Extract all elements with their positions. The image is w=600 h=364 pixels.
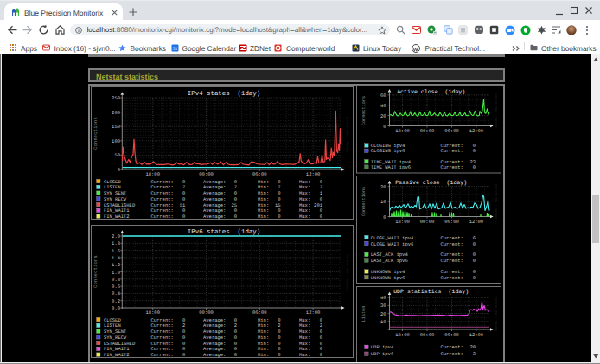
svg-text:Average:: Average: bbox=[203, 214, 226, 220]
svg-text:20: 20 bbox=[380, 310, 386, 316]
svg-text:12:00: 12:00 bbox=[469, 128, 483, 134]
svg-text:RRDTOOL / TOBI OETIKER: RRDTOOL / TOBI OETIKER bbox=[494, 184, 497, 219]
svg-text:06:00: 06:00 bbox=[252, 310, 267, 316]
svg-text:18:00: 18:00 bbox=[145, 310, 160, 316]
svg-text:Average:: Average: bbox=[203, 352, 226, 358]
svg-text:RRDTOOL / TOBI OETIKER: RRDTOOL / TOBI OETIKER bbox=[346, 116, 349, 151]
svg-text:0: 0 bbox=[472, 258, 475, 264]
svg-text:0.4: 0.4 bbox=[112, 291, 121, 297]
svg-text:0: 0 bbox=[383, 124, 386, 130]
svg-text:6: 6 bbox=[472, 235, 475, 241]
svg-text:0: 0 bbox=[383, 214, 386, 220]
svg-text:0: 0 bbox=[320, 352, 322, 358]
svg-text:00:00: 00:00 bbox=[419, 331, 434, 337]
svg-text:60: 60 bbox=[380, 93, 386, 99]
svg-text:RRDTOOL / TOBI OETIKER: RRDTOOL / TOBI OETIKER bbox=[346, 254, 349, 290]
svg-text:0: 0 bbox=[118, 167, 120, 173]
svg-text:Current:: Current: bbox=[440, 241, 463, 247]
svg-text:0: 0 bbox=[472, 275, 475, 281]
svg-text:Current:: Current: bbox=[440, 258, 463, 264]
svg-text:00:00: 00:00 bbox=[199, 171, 214, 177]
svg-text:Listen: Listen bbox=[361, 305, 367, 322]
svg-text:0: 0 bbox=[320, 214, 322, 220]
svg-text:Current:: Current: bbox=[150, 214, 173, 220]
svg-text:Min:: Min: bbox=[258, 352, 269, 358]
svg-text:1.6: 1.6 bbox=[112, 247, 120, 253]
svg-text:18:00: 18:00 bbox=[395, 219, 410, 225]
svg-text:1.0: 1.0 bbox=[112, 269, 120, 275]
svg-text:Min:: Min: bbox=[258, 214, 269, 220]
svg-text:250: 250 bbox=[112, 95, 120, 101]
svg-text:UDP statistics (1day): UDP statistics (1day) bbox=[393, 289, 469, 295]
svg-text:0.2: 0.2 bbox=[112, 297, 120, 303]
svg-text:10: 10 bbox=[380, 318, 386, 324]
svg-text:2.0: 2.0 bbox=[112, 233, 120, 239]
svg-text:Current:: Current: bbox=[440, 148, 463, 154]
svg-text:0: 0 bbox=[278, 352, 280, 358]
svg-text:1.8: 1.8 bbox=[112, 240, 120, 246]
svg-text:0.0: 0.0 bbox=[112, 305, 120, 311]
svg-text:CLOSE_WAIT ipv4: CLOSE_WAIT ipv4 bbox=[370, 235, 413, 241]
svg-text:Current:: Current: bbox=[440, 164, 463, 170]
svg-text:RRDTOOL / TOBI OETIKER: RRDTOOL / TOBI OETIKER bbox=[494, 93, 497, 128]
svg-text:20: 20 bbox=[380, 184, 386, 190]
svg-text:Max:: Max: bbox=[299, 214, 310, 220]
svg-text:Connections: Connections bbox=[93, 117, 99, 150]
svg-text:UNKNOWN ipv6: UNKNOWN ipv6 bbox=[370, 275, 405, 281]
svg-text:Active close (1day): Active close (1day) bbox=[397, 89, 465, 95]
svg-text:18:00: 18:00 bbox=[145, 171, 160, 177]
svg-text:RRDTOOL / TOBI OETIKER: RRDTOOL / TOBI OETIKER bbox=[494, 296, 497, 330]
svg-text:00:00: 00:00 bbox=[199, 310, 214, 316]
svg-text:10: 10 bbox=[380, 199, 386, 205]
svg-text:0: 0 bbox=[182, 352, 185, 358]
svg-text:Max:: Max: bbox=[299, 352, 310, 358]
svg-text:00:00: 00:00 bbox=[419, 128, 434, 134]
svg-text:Current:: Current: bbox=[440, 275, 463, 281]
svg-text:CLOSING ipv6: CLOSING ipv6 bbox=[370, 148, 405, 154]
svg-text:UDP ipv6: UDP ipv6 bbox=[370, 351, 393, 357]
svg-text:Connections: Connections bbox=[361, 96, 367, 125]
svg-text:0: 0 bbox=[234, 352, 237, 358]
svg-text:0: 0 bbox=[234, 214, 237, 220]
svg-text:0: 0 bbox=[472, 241, 475, 247]
svg-text:Current:: Current: bbox=[150, 352, 173, 358]
svg-text:18:00: 18:00 bbox=[395, 128, 410, 134]
svg-text:FIN_WAIT2: FIN_WAIT2 bbox=[104, 214, 130, 220]
svg-text:20: 20 bbox=[469, 344, 476, 350]
svg-text:18:00: 18:00 bbox=[395, 331, 410, 337]
svg-text:Current:: Current: bbox=[440, 344, 463, 350]
svg-text:06:00: 06:00 bbox=[444, 331, 459, 337]
svg-text:IPv6 states (1day): IPv6 states (1day) bbox=[188, 227, 260, 235]
svg-text:12:00: 12:00 bbox=[469, 331, 483, 337]
svg-text:200: 200 bbox=[112, 109, 120, 115]
svg-text:0: 0 bbox=[182, 214, 185, 220]
svg-text:20: 20 bbox=[380, 113, 386, 119]
svg-text:0: 0 bbox=[472, 164, 475, 170]
svg-text:FIN_WAIT2: FIN_WAIT2 bbox=[104, 352, 130, 358]
svg-text:Connections: Connections bbox=[93, 255, 99, 288]
svg-text:06:00: 06:00 bbox=[252, 171, 267, 177]
svg-text:06:00: 06:00 bbox=[444, 128, 459, 134]
svg-text:1.2: 1.2 bbox=[112, 262, 120, 268]
svg-text:LAST_ACK ipv6: LAST_ACK ipv6 bbox=[370, 258, 407, 264]
svg-text:IPv4 states (1day): IPv4 states (1day) bbox=[188, 89, 260, 97]
svg-text:Current:: Current: bbox=[440, 235, 463, 241]
svg-text:00:00: 00:00 bbox=[419, 219, 434, 225]
svg-text:12:00: 12:00 bbox=[306, 171, 321, 177]
svg-text:UDP ipv4: UDP ipv4 bbox=[370, 344, 393, 350]
svg-text:31: 31 bbox=[173, 47, 178, 52]
svg-text:0.8: 0.8 bbox=[112, 276, 120, 282]
svg-text:0.6: 0.6 bbox=[112, 284, 120, 290]
svg-text:0: 0 bbox=[278, 214, 280, 220]
svg-text:Connections: Connections bbox=[361, 187, 367, 216]
svg-text:40: 40 bbox=[380, 295, 386, 301]
svg-text:CLOSE_WAIT ipv6: CLOSE_WAIT ipv6 bbox=[370, 241, 413, 247]
svg-text:50: 50 bbox=[114, 152, 120, 158]
svg-text:100: 100 bbox=[112, 137, 120, 144]
svg-text:12:00: 12:00 bbox=[306, 310, 321, 316]
svg-text:3: 3 bbox=[472, 351, 475, 357]
svg-text:0: 0 bbox=[472, 148, 475, 154]
svg-text:12:00: 12:00 bbox=[469, 219, 483, 225]
svg-text:40: 40 bbox=[380, 103, 386, 109]
svg-text:06:00: 06:00 bbox=[444, 219, 459, 225]
